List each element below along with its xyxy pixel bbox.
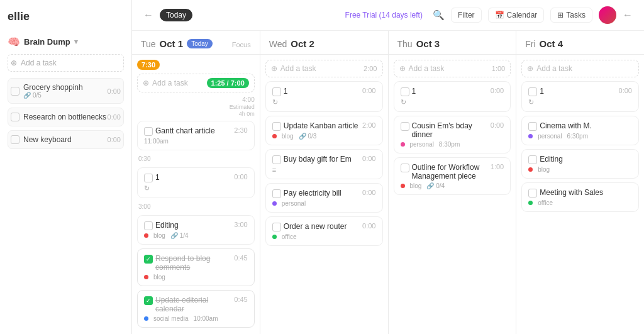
- checkbox-meeting-sales[interactable]: [528, 189, 537, 198]
- nav-back-button[interactable]: ←: [143, 9, 153, 21]
- task-card-meeting-sales[interactable]: Meeting with Sales office: [521, 182, 639, 212]
- search-icon[interactable]: 🔍: [433, 9, 445, 21]
- day-header-thu: Thu Oct 3: [389, 31, 516, 55]
- thu-add-task-label: Add a task: [409, 64, 445, 73]
- checkbox-editing-fri[interactable]: [528, 155, 537, 164]
- task-meta-bday-dinner: personal 8:30pm: [401, 141, 504, 148]
- checkbox-editing-tue[interactable]: [144, 221, 153, 230]
- sidebar-add-task[interactable]: ⊕ Add a task: [8, 54, 124, 72]
- checkbox-kanban[interactable]: [272, 122, 281, 131]
- task-name-bday-gift: Buy bday gift for Em: [284, 155, 360, 164]
- task-time-1-wed: 0:00: [362, 87, 375, 94]
- task-card-cinema[interactable]: Cinema with M. personal 6:30pm: [521, 116, 639, 145]
- day-col-tue: Tue Oct 1 Today Focus 7:30 ⊕ Add a task: [132, 31, 260, 334]
- task-card-editorial[interactable]: ✓ Update editorial calendar 0:45 social …: [137, 290, 255, 328]
- checkbox-1-thu[interactable]: [401, 87, 409, 96]
- task-checkbox-grocery[interactable]: [11, 87, 19, 96]
- task-card-1-fri[interactable]: 1 0:00 ↻: [521, 81, 639, 112]
- task-time-router: 0:00: [362, 222, 375, 230]
- tag-blog-kanban: blog: [282, 133, 294, 140]
- checkbox-bday-dinner[interactable]: [401, 122, 409, 131]
- wed-add-task[interactable]: ⊕ Add a task 2:00: [265, 60, 383, 77]
- checkbox-gantt[interactable]: [144, 127, 153, 136]
- task-meta-1-thu: ↻: [401, 98, 504, 106]
- sidebar-task-grocery-time: 0:00: [108, 87, 121, 95]
- checkbox-bday-gift[interactable]: [272, 155, 281, 164]
- plus-icon: ⊕: [11, 58, 17, 67]
- checkbox-workflow[interactable]: [401, 164, 409, 172]
- task-card-gantt[interactable]: Gantt chart article 2:30 11:00am: [137, 121, 255, 150]
- task-card-1-tue[interactable]: 1 0:00 ↻: [137, 167, 255, 198]
- task-name-kanban: Update Kanban article: [284, 121, 360, 130]
- checkbox-editorial[interactable]: ✓: [144, 296, 153, 305]
- task-card-blog-comments[interactable]: ✓ Respond to blog comments 0:45 blog: [137, 248, 255, 286]
- sidebar-task-keyboard: New keyboard 0:00: [8, 130, 124, 149]
- sidebar-task-keyboard-label: New keyboard: [23, 135, 72, 144]
- task-meta-router: office: [272, 233, 376, 240]
- calendar-grid: Tue Oct 1 Today Focus 7:30 ⊕ Add a task: [132, 31, 644, 334]
- task-card-bday-gift[interactable]: Buy bday gift for Em 0:00 ≡: [265, 149, 383, 179]
- sidebar-add-task-label: Add a task: [21, 58, 57, 67]
- task-card-workflow[interactable]: Outline for Workflow Management piece 1:…: [394, 157, 511, 195]
- task-meta-kanban: blog 🔗 0/3: [272, 133, 376, 140]
- sidebar: ellie 🧠 Brain Dump ▾ ⊕ Add a task Grocer…: [0, 0, 132, 334]
- calendar-button[interactable]: 📅 Calendar: [488, 8, 545, 23]
- task-card-electricity[interactable]: Pay electricity bill 0:00 personal: [265, 183, 383, 213]
- tue-time-030: 0:30: [137, 154, 255, 164]
- focus-label: Focus: [232, 41, 251, 48]
- fri-add-task[interactable]: ⊕ Add a task: [521, 60, 639, 77]
- fri-add-task-label: Add a task: [536, 64, 572, 73]
- logo-text: ellie: [8, 10, 30, 23]
- tag-blog-comments: blog: [153, 274, 165, 281]
- day-body-thu: ⊕ Add a task 1:00 1 0:00 ↻: [389, 55, 516, 334]
- task-card-1-thu[interactable]: 1 0:00 ↻: [394, 81, 511, 112]
- day-date-tue: Oct 1: [160, 38, 184, 49]
- day-body-wed: ⊕ Add a task 2:00 1 0:00 ↻: [260, 55, 388, 334]
- repeat-icon-thu: ↻: [401, 98, 406, 106]
- task-card-kanban[interactable]: Update Kanban article 2:00 blog 🔗 0/3: [265, 116, 383, 145]
- day-title-fri: Fri Oct 4: [525, 38, 635, 49]
- task-meta-editing-fri: blog: [528, 166, 632, 173]
- avatar[interactable]: [599, 6, 616, 24]
- repeat-icon-wed: ↻: [272, 98, 278, 106]
- task-meta-1-fri: ↻: [528, 98, 632, 106]
- thu-add-task[interactable]: ⊕ Add a task 1:00: [394, 60, 511, 77]
- task-time-bday-gift: 0:00: [362, 155, 375, 162]
- sidebar-task-research-time: 0:00: [108, 113, 121, 121]
- task-name-workflow: Outline for Workflow Management piece: [412, 163, 488, 181]
- task-card-bday-dinner[interactable]: Cousin Em's bday dinner 0:00 personal 8:…: [394, 116, 511, 153]
- task-time-1-thu: 0:00: [491, 87, 504, 94]
- tue-add-task[interactable]: ⊕ Add a task 1:25 / 7:00: [137, 74, 255, 92]
- task-name-meeting-sales: Meeting with Sales: [540, 188, 630, 197]
- checkbox-cinema[interactable]: [528, 122, 537, 131]
- task-card-editing-tue[interactable]: Editing 3:00 blog 🔗 1/4: [137, 215, 255, 245]
- checkbox-1-tue[interactable]: [144, 174, 153, 182]
- tue-time-header: 7:30: [137, 60, 255, 70]
- checkbox-blog-comments[interactable]: ✓: [144, 255, 153, 264]
- task-time-blog-comments: 0:45: [234, 254, 247, 262]
- tasks-button[interactable]: ⊞ Tasks: [550, 8, 592, 23]
- task-card-1-wed[interactable]: 1 0:00 ↻: [265, 81, 383, 112]
- dot-personal-electricity: [272, 201, 277, 206]
- filter-button[interactable]: Filter: [451, 8, 482, 23]
- dot-blog-comments: [144, 275, 148, 279]
- today-badge[interactable]: Today: [160, 9, 192, 21]
- task-card-editing-fri[interactable]: Editing blog: [521, 149, 639, 179]
- avatar-image: [599, 6, 616, 24]
- app-logo: ellie: [8, 10, 124, 23]
- tue-time-300: 3:00: [137, 202, 255, 211]
- task-time-workflow: 1:00: [491, 163, 504, 170]
- task-checkbox-keyboard[interactable]: [11, 135, 19, 144]
- checkbox-router[interactable]: [272, 223, 281, 231]
- plus-icon-fri: ⊕: [527, 64, 533, 73]
- task-checkbox-research[interactable]: [11, 113, 19, 121]
- checkbox-1-fri[interactable]: [528, 87, 537, 96]
- task-card-router[interactable]: Order a new router 0:00 office: [265, 216, 383, 246]
- task-meta-cinema: personal 6:30pm: [528, 133, 632, 140]
- checkbox-1-wed[interactable]: [272, 87, 281, 96]
- task-time-1-fri: 0:00: [619, 87, 632, 94]
- day-name-fri: Fri: [525, 39, 535, 49]
- dot-personal-dinner: [401, 142, 405, 147]
- nav-extra-button[interactable]: ←: [623, 9, 633, 21]
- checkbox-electricity[interactable]: [272, 189, 281, 198]
